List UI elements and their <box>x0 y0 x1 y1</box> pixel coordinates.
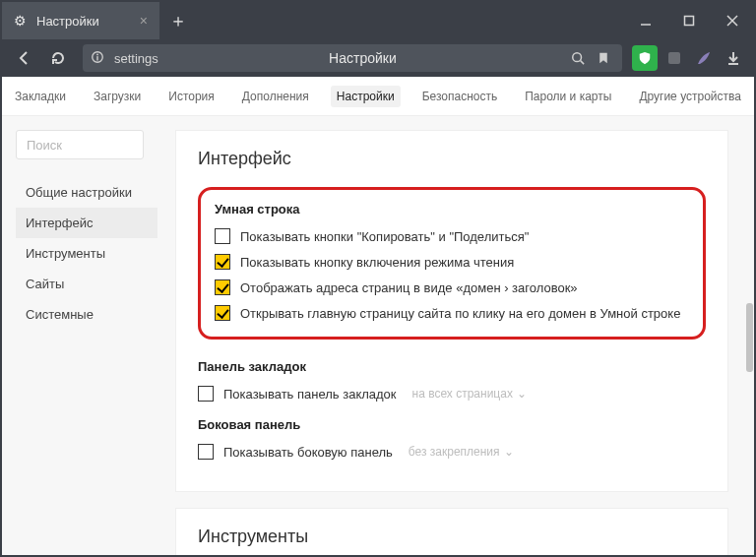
feather-icon[interactable] <box>691 45 717 71</box>
settings-sidebar: Поиск Общие настройкиИнтерфейсИнструмент… <box>2 116 158 555</box>
bookmarks-bar-checkbox[interactable] <box>198 386 214 402</box>
settings-nav-item[interactable]: Загрузки <box>88 86 147 107</box>
main-area: Поиск Общие настройкиИнтерфейсИнструмент… <box>2 116 754 555</box>
smart-line-checkbox[interactable] <box>215 305 230 321</box>
settings-search-input[interactable]: Поиск <box>16 130 144 159</box>
browser-window: ⚙ Настройки × ＋ s <box>0 0 756 557</box>
protect-shield-icon[interactable] <box>632 45 658 71</box>
smart-line-option: Показывать кнопку включения режима чтени… <box>215 254 689 270</box>
svg-point-5 <box>96 53 98 55</box>
sidebar-item[interactable]: Сайты <box>16 269 158 299</box>
tab-close-icon[interactable]: × <box>140 13 148 29</box>
side-panel-checkbox[interactable] <box>198 444 214 460</box>
downloads-icon[interactable] <box>721 45 746 71</box>
titlebar: ⚙ Настройки × ＋ <box>2 2 754 39</box>
close-button[interactable] <box>711 2 754 39</box>
settings-nav-item[interactable]: Безопасность <box>416 86 504 107</box>
settings-content: Интерфейс Умная строка Показывать кнопки… <box>158 116 754 555</box>
tools-heading: Инструменты <box>198 526 706 547</box>
interface-card: Интерфейс Умная строка Показывать кнопки… <box>175 130 728 492</box>
svg-rect-6 <box>96 56 97 60</box>
search-icon[interactable] <box>567 47 589 69</box>
maximize-button[interactable] <box>667 2 711 39</box>
extension-icon[interactable] <box>662 45 687 71</box>
svg-line-8 <box>581 61 585 65</box>
bookmarks-bar-dropdown[interactable]: на всех страницах ⌄ <box>412 387 527 401</box>
smart-line-option: Открывать главную страницу сайта по клик… <box>215 305 689 321</box>
sidebar-item[interactable]: Системные <box>16 299 158 330</box>
sidebar-item[interactable]: Интерфейс <box>16 208 158 238</box>
smart-line-option: Показывать кнопки "Копировать" и "Подели… <box>215 228 689 244</box>
smart-line-checkbox[interactable] <box>215 254 230 270</box>
smart-line-option-label: Открывать главную страницу сайта по клик… <box>240 306 680 321</box>
svg-rect-9 <box>668 52 680 64</box>
settings-nav-item[interactable]: Пароли и карты <box>519 86 617 107</box>
smart-line-option: Отображать адреса страниц в виде «домен … <box>215 279 689 295</box>
settings-nav-item[interactable]: Настройки <box>331 86 401 107</box>
browser-tab[interactable]: ⚙ Настройки × <box>2 2 159 39</box>
page-title-address: Настройки <box>166 50 559 66</box>
search-placeholder: Поиск <box>27 138 62 153</box>
sidebar-item[interactable]: Общие настройки <box>16 177 158 208</box>
address-bar: settings Настройки <box>2 39 754 77</box>
settings-nav-item[interactable]: История <box>162 86 220 107</box>
window-controls <box>624 2 754 39</box>
smart-line-checkbox[interactable] <box>215 279 230 295</box>
chevron-down-icon: ⌄ <box>504 445 514 459</box>
new-tab-button[interactable]: ＋ <box>159 2 197 39</box>
smart-line-option-label: Отображать адреса страниц в виде «домен … <box>240 280 578 295</box>
site-info-icon[interactable] <box>91 50 106 67</box>
tab-title: Настройки <box>36 14 130 29</box>
settings-nav: ЗакладкиЗагрузкиИсторияДополненияНастрой… <box>2 77 754 116</box>
side-panel-title: Боковая панель <box>198 417 706 432</box>
svg-rect-1 <box>685 17 694 26</box>
smart-line-highlight: Умная строка Показывать кнопки "Копирова… <box>198 187 706 340</box>
smart-line-option-label: Показывать кнопку включения режима чтени… <box>240 255 514 270</box>
bookmarks-bar-title: Панель закладок <box>198 359 706 374</box>
reload-button[interactable] <box>43 43 73 73</box>
side-panel-label: Показывать боковую панель <box>223 445 393 460</box>
bookmarks-bar-row: Показывать панель закладок на всех стран… <box>198 386 706 402</box>
smart-line-checkbox[interactable] <box>215 228 230 244</box>
svg-point-7 <box>573 53 582 62</box>
smart-line-option-label: Показывать кнопки "Копировать" и "Подели… <box>240 229 529 244</box>
interface-heading: Интерфейс <box>198 149 706 169</box>
sidebar-item[interactable]: Инструменты <box>16 238 158 269</box>
side-panel-row: Показывать боковую панель без закреплени… <box>198 444 706 460</box>
minimize-button[interactable] <box>624 2 667 39</box>
chevron-down-icon: ⌄ <box>517 387 527 401</box>
settings-nav-item[interactable]: Другие устройства <box>633 86 747 107</box>
scrollbar-thumb[interactable] <box>746 303 753 372</box>
back-button[interactable] <box>10 43 39 73</box>
url-text: settings <box>114 51 158 66</box>
tools-card: Инструменты Автозаполнение Предлагать ав… <box>175 508 728 555</box>
side-panel-dropdown[interactable]: без закрепления ⌄ <box>409 445 514 459</box>
settings-nav-item[interactable]: Закладки <box>9 86 72 107</box>
bookmarks-bar-label: Показывать панель закладок <box>223 387 397 402</box>
address-field[interactable]: settings Настройки <box>83 44 622 72</box>
gear-icon: ⚙ <box>14 13 27 29</box>
bookmark-icon[interactable] <box>593 47 614 69</box>
settings-nav-item[interactable]: Дополнения <box>236 86 315 107</box>
smart-line-title: Умная строка <box>215 202 689 217</box>
